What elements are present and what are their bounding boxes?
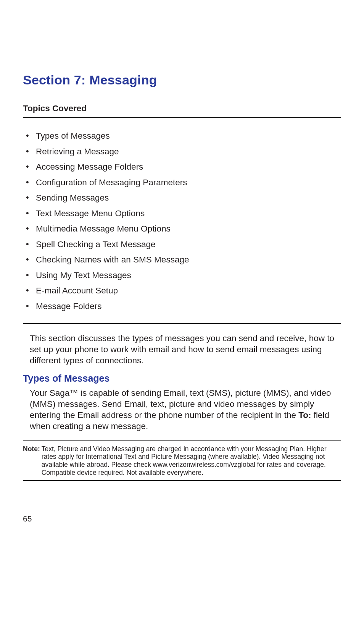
document-page: Section 7: Messaging Topics Covered Type… [0,0,364,638]
types-of-messages-heading: Types of Messages [23,373,341,384]
list-item: Sending Messages [23,190,341,206]
list-item: Text Message Menu Options [23,206,341,222]
note-label: Note: [23,445,42,477]
types-paragraph-pre: Your Saga™ is capable of sending Email, … [30,388,331,420]
note-text: Text, Picture and Video Messaging are ch… [42,445,341,477]
topics-covered-heading: Topics Covered [23,104,341,118]
list-item: Configuration of Messaging Parameters [23,175,341,191]
list-item: Spell Checking a Text Message [23,237,341,253]
list-item: Message Folders [23,299,341,314]
topics-list: Types of Messages Retrieving a Message A… [23,128,341,324]
list-item: Using My Text Messages [23,268,341,283]
types-paragraph: Your Saga™ is capable of sending Email, … [23,388,341,432]
page-number: 65 [23,514,32,523]
list-item: Retrieving a Message [23,144,341,160]
list-item: Types of Messages [23,128,341,144]
to-field-label: To: [298,410,311,420]
list-item: Multimedia Message Menu Options [23,221,341,237]
note-block: Note: Text, Picture and Video Messaging … [23,440,341,481]
list-item: Checking Names with an SMS Message [23,252,341,268]
intro-paragraph: This section discusses the types of mess… [23,333,341,366]
section-title: Section 7: Messaging [23,73,341,87]
list-item: Accessing Message Folders [23,159,341,175]
list-item: E-mail Account Setup [23,283,341,299]
